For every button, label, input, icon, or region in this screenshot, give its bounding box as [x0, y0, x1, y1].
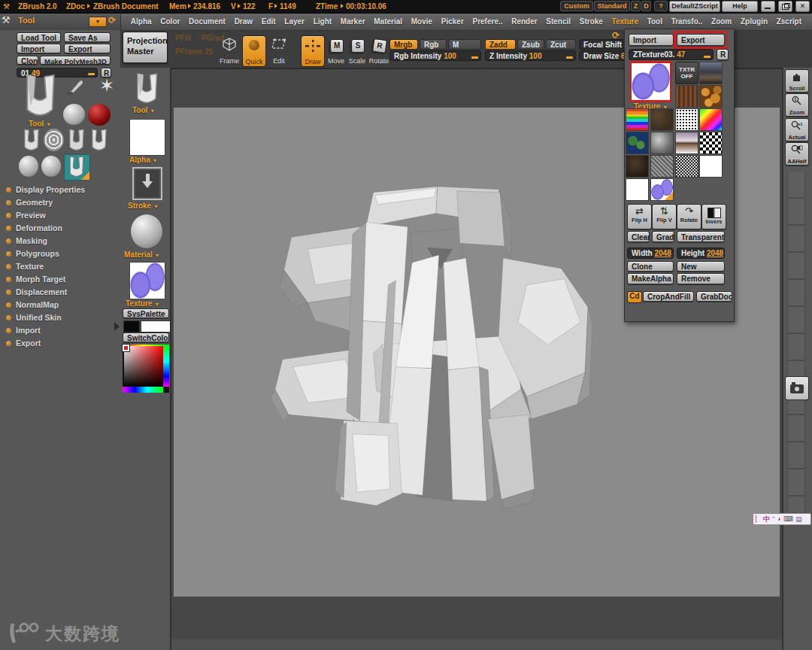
- knife-tool-icon[interactable]: [66, 78, 86, 101]
- shelf-texture-thumbnail[interactable]: [129, 262, 165, 299]
- export-tool-button[interactable]: Export: [64, 44, 111, 53]
- syspalette-button[interactable]: SysPalette: [123, 308, 169, 318]
- zcut-button[interactable]: Zcut: [546, 39, 576, 50]
- texture-thumb-rainbow[interactable]: [699, 108, 723, 131]
- make-polymesh3d-button[interactable]: Make PolyMesh3D: [40, 56, 111, 65]
- section-texture[interactable]: Texture: [6, 261, 44, 272]
- texture-thumb-rocks[interactable]: [699, 62, 723, 84]
- restore-button[interactable]: [778, 1, 792, 12]
- scale-button[interactable]: S Scale: [347, 35, 368, 65]
- menu-alpha[interactable]: Alpha: [131, 17, 152, 26]
- ime-keyboard-icon[interactable]: ⌨: [783, 514, 793, 524]
- menu-color[interactable]: Color: [160, 17, 180, 26]
- texture-thumb-sunset[interactable]: [675, 132, 698, 154]
- rgb-button[interactable]: Rgb: [420, 39, 447, 50]
- rgb-intensity-slider[interactable]: Rgb Intensity 100: [389, 50, 481, 61]
- texture-export-button[interactable]: Export: [677, 34, 725, 46]
- snapshot-camera-button[interactable]: [785, 376, 809, 400]
- edit-button[interactable]: Edit: [268, 35, 289, 65]
- panel-collapse-arrow[interactable]: [114, 322, 120, 331]
- scroll-button[interactable]: Scroll: [785, 69, 809, 93]
- menu-zoom[interactable]: Zoom: [711, 17, 732, 26]
- ime-handle-icon[interactable]: ▏: [756, 514, 761, 524]
- menu-stroke[interactable]: Stroke: [580, 17, 603, 26]
- texture-off-button[interactable]: TXTROFF: [675, 62, 698, 84]
- texture-thumb-white-2[interactable]: [626, 178, 649, 201]
- make-alpha-button[interactable]: MakeAlpha: [627, 273, 674, 284]
- shelf-tool-thumbnail[interactable]: [129, 71, 164, 105]
- projection-master-button[interactable]: Projection Master: [123, 32, 168, 63]
- clear-button[interactable]: Clear: [627, 231, 650, 242]
- d-button[interactable]: D: [641, 1, 651, 11]
- texture-thumb-dark-rock[interactable]: [626, 155, 649, 178]
- menu-render[interactable]: Render: [511, 17, 537, 26]
- crop-and-fill-button[interactable]: CropAndFill: [643, 291, 694, 302]
- close-button[interactable]: ✕: [795, 1, 810, 12]
- menu-picker[interactable]: Picker: [441, 17, 464, 26]
- help-button[interactable]: Help: [722, 1, 758, 12]
- menu-edit[interactable]: Edit: [262, 17, 276, 26]
- texture-thumb-stripes[interactable]: [626, 108, 649, 131]
- main-color-swatch[interactable]: [123, 320, 140, 333]
- height-slider[interactable]: Height 2048: [677, 248, 725, 259]
- texture-name-slider[interactable]: ZTexture03. 47: [629, 49, 714, 60]
- shelf-alpha-thumbnail[interactable]: [129, 119, 165, 156]
- menu-stencil[interactable]: Stencil: [546, 17, 571, 26]
- palette-refresh-icon[interactable]: ⟳: [108, 15, 116, 26]
- rotate-button[interactable]: R Rotate: [368, 35, 389, 65]
- transparent-button[interactable]: Transparent: [677, 231, 725, 242]
- zsub-button[interactable]: Zsub: [517, 39, 544, 50]
- section-geometry[interactable]: Geometry: [6, 197, 53, 208]
- ime-punctuation-icon[interactable]: ’’: [772, 514, 775, 524]
- tool-thumb-sphere-2[interactable]: [41, 156, 61, 177]
- ime-input-mode-icon[interactable]: 中: [763, 514, 770, 524]
- section-masking[interactable]: Masking: [6, 235, 47, 246]
- invers-button[interactable]: Invers: [701, 204, 726, 229]
- menu-texture[interactable]: Texture: [612, 17, 638, 26]
- clone-tool-button[interactable]: Clone: [17, 56, 38, 65]
- current-texture-thumbnail[interactable]: [629, 61, 672, 102]
- red-wax-tool-thumbnail[interactable]: [88, 104, 111, 126]
- star-tool-icon[interactable]: ✶: [99, 75, 114, 96]
- texture-thumb-beans[interactable]: [699, 85, 723, 108]
- color-picker[interactable]: [123, 345, 169, 393]
- minimize-button[interactable]: [761, 1, 775, 12]
- standard-ui-button[interactable]: Standard: [594, 1, 630, 11]
- menu-zscript[interactable]: Zscript: [777, 17, 801, 26]
- texture-import-button[interactable]: Import: [629, 34, 674, 46]
- custom-ui-button[interactable]: Custom: [560, 1, 593, 11]
- zoom-button[interactable]: Zoom: [785, 93, 809, 117]
- section-preview[interactable]: Preview: [6, 210, 46, 220]
- menu-transform[interactable]: Transfo..: [671, 17, 703, 26]
- zadd-button[interactable]: Zadd: [485, 39, 516, 50]
- texture-r-button[interactable]: R: [717, 49, 729, 60]
- texture-thumb-wood[interactable]: [675, 85, 698, 108]
- actual-button[interactable]: x1 Actual: [785, 118, 809, 141]
- clone-texture-button[interactable]: Clone: [627, 261, 674, 272]
- tool-thumb-umesh-1[interactable]: [21, 128, 41, 152]
- slider-handle[interactable]: [704, 56, 710, 58]
- secondary-color-swatch[interactable]: [141, 320, 171, 333]
- section-export[interactable]: Export: [6, 338, 41, 348]
- sphere-tool-thumbnail[interactable]: [63, 104, 85, 125]
- remove-texture-button[interactable]: Remove: [677, 273, 725, 284]
- menu-movie[interactable]: Movie: [411, 17, 432, 26]
- picker-selector[interactable]: [123, 345, 129, 351]
- texture-thumb-clouds[interactable]: [650, 132, 674, 154]
- tool-thumb-selected-umesh[interactable]: [64, 154, 90, 181]
- menu-tool[interactable]: Tool: [647, 17, 662, 26]
- grab-doc-button[interactable]: GrabDoc: [696, 291, 732, 302]
- section-unified-skin[interactable]: Unified Skin: [6, 312, 62, 323]
- rotate-texture-button[interactable]: ↷Rotate: [677, 204, 701, 229]
- z-intensity-slider[interactable]: Z Intensity 100: [485, 50, 576, 61]
- sculpted-3d-model[interactable]: [265, 175, 592, 510]
- cd-button[interactable]: Cd: [627, 291, 642, 303]
- collapsed-tray-strip[interactable]: [787, 172, 805, 512]
- texture-thumb-earth[interactable]: [626, 132, 649, 154]
- mrgb-button[interactable]: Mrgb: [389, 39, 418, 50]
- aahalf-button[interactable]: AAHalf: [785, 142, 809, 166]
- texture-panel-refresh-icon[interactable]: ⟳: [612, 30, 620, 41]
- import-tool-button[interactable]: Import: [17, 44, 61, 53]
- texture-thumb-halftone[interactable]: [675, 108, 698, 131]
- texture-thumb-brown-rock[interactable]: [650, 108, 674, 131]
